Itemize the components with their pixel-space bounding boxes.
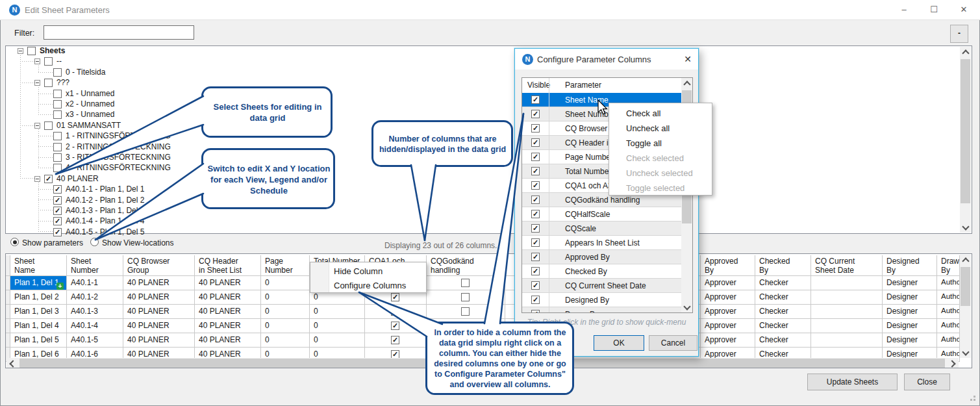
grid-column-header[interactable]: DrawnBy <box>937 255 960 276</box>
grid-cell[interactable]: Plan 1, Del 4 <box>10 319 67 333</box>
grid-cell[interactable]: Approver <box>701 305 755 319</box>
tree-item-label[interactable]: 3 - RITNINGSFÖRTECKNING <box>66 153 171 162</box>
grid-column-header[interactable]: CQGodkändhandling <box>427 255 505 276</box>
grid-cell[interactable]: Author <box>937 276 960 290</box>
tree-item-label[interactable]: 40 PLANER <box>57 174 99 183</box>
grid-row-header[interactable] <box>6 276 10 290</box>
grid-column-header[interactable]: CQ CurrentSheet Date <box>811 255 883 276</box>
parameter-row[interactable]: ✓CQHalfScale <box>522 207 681 222</box>
show-view-locations-radio[interactable] <box>90 238 99 246</box>
grid-cell[interactable]: Checker <box>755 319 811 333</box>
ok-button[interactable]: OK <box>594 335 644 351</box>
grid-column-header[interactable]: CheckedBy <box>755 255 811 276</box>
parameter-row[interactable]: ✓Appears In Sheet List <box>522 236 681 250</box>
visible-checkbox[interactable]: ✓ <box>531 110 540 118</box>
grid-cell[interactable]: 40 PLANER <box>123 290 195 305</box>
scroll-up-icon[interactable] <box>962 49 969 57</box>
grid-cell[interactable]: Checker <box>755 290 811 305</box>
tree-checkbox[interactable] <box>53 90 62 98</box>
grid-cell[interactable]: 40 PLANER <box>195 290 261 305</box>
grid-horizontal-scrollbar[interactable] <box>6 358 959 368</box>
grid-cell[interactable]: 40 PLANER <box>195 319 261 333</box>
tree-item-label[interactable]: 0 - Titelsida <box>66 68 105 77</box>
grid-cell[interactable]: Designer <box>883 333 937 348</box>
grid-cell[interactable]: Designer <box>883 276 937 290</box>
grid-cell[interactable] <box>811 276 883 290</box>
grid-cell[interactable]: ✓ <box>365 319 427 333</box>
grid-cell-checkbox[interactable]: ✓ <box>391 336 399 344</box>
grid-cell[interactable]: Plan 1, Del 2 <box>10 290 67 305</box>
grid-cell[interactable]: A40.1-3 <box>67 305 123 319</box>
parameter-row[interactable]: ✓Drawn By <box>522 307 681 313</box>
grid-cell[interactable] <box>811 305 883 319</box>
grid-cell[interactable]: 40 PLANER <box>123 333 195 348</box>
grid-cell[interactable] <box>427 305 505 319</box>
visible-column-header[interactable]: Visible <box>527 81 550 90</box>
visible-checkbox[interactable]: ✓ <box>531 310 540 313</box>
grid-cell[interactable]: 40 PLANER <box>123 276 195 290</box>
visible-checkbox[interactable]: ✓ <box>531 167 540 175</box>
close-button[interactable]: ✕ <box>953 0 975 19</box>
grid-cell[interactable] <box>427 333 505 348</box>
grid-cell-checkbox[interactable] <box>461 307 470 316</box>
grid-cell[interactable]: 40 PLANER <box>195 305 261 319</box>
grid-cell[interactable]: Approver <box>701 276 755 290</box>
minimize-button[interactable]: – <box>893 0 915 19</box>
tree-expander-icon[interactable] <box>34 80 40 86</box>
grid-cell[interactable]: 0 <box>261 319 310 333</box>
scroll-down-icon[interactable] <box>683 303 690 310</box>
tree-checkbox[interactable]: ✓ <box>53 217 62 225</box>
tree-item-label[interactable]: x1 - Unnamed <box>66 89 114 98</box>
visible-checkbox[interactable]: ✓ <box>531 238 540 247</box>
grid-row-header[interactable] <box>6 290 10 305</box>
grid-cell[interactable]: 0 <box>261 290 310 305</box>
grid-cell[interactable]: 40 PLANER <box>195 333 261 348</box>
tree-checkbox[interactable] <box>53 110 62 119</box>
grid-cell[interactable]: 40 PLANER <box>123 319 195 333</box>
tree-checkbox[interactable] <box>53 164 62 172</box>
grid-row-header[interactable] <box>6 333 10 348</box>
tree-item-label[interactable]: A40.1-2 - Plan 1, Del 2 <box>66 196 144 205</box>
grid-cell[interactable]: ✓ <box>365 305 427 319</box>
tree-expander-icon[interactable] <box>34 176 40 182</box>
grid-cell[interactable]: 0 <box>310 319 365 333</box>
parameter-column-header[interactable]: Parameter <box>565 81 601 90</box>
show-parameters-radio[interactable] <box>10 238 19 246</box>
grid-vertical-scrollbar[interactable] <box>960 255 971 358</box>
grid-cell[interactable] <box>811 333 883 348</box>
grid-cell[interactable]: Checker <box>755 305 811 319</box>
grid-cell[interactable]: Plan 1, Del 5 <box>10 333 67 348</box>
tree-item-label[interactable]: 01 SAMMANSATT <box>57 121 121 130</box>
scroll-up-icon[interactable] <box>683 81 690 88</box>
tree-checkbox[interactable]: ✓ <box>53 185 62 194</box>
scroll-up-icon[interactable] <box>962 257 969 264</box>
tree-expander-icon[interactable] <box>34 123 40 129</box>
grid-cell[interactable] <box>811 319 883 333</box>
grid-cell[interactable]: ✓ <box>365 333 427 348</box>
visible-checkbox[interactable]: ✓ <box>531 224 540 233</box>
scroll-right-icon[interactable] <box>948 360 955 367</box>
grid-cell[interactable]: A40.1-5 <box>67 333 123 348</box>
update-sheets-button[interactable]: Update Sheets <box>807 374 898 390</box>
visible-checkbox[interactable]: ✓ <box>531 253 540 261</box>
grid-column-header[interactable]: SheetNumber <box>67 255 123 276</box>
tree-item-label[interactable]: ??? <box>57 78 69 87</box>
grid-cell-checkbox[interactable] <box>461 322 470 330</box>
grid-column-header[interactable]: CQ BrowserGroup <box>123 255 195 276</box>
tree-checkbox[interactable]: ✓ <box>53 228 62 236</box>
parameter-row[interactable]: ✓Designed By <box>522 293 681 307</box>
tree-checkbox[interactable]: ✓ <box>53 207 62 215</box>
parameter-row[interactable]: ✓Checked By <box>522 264 681 279</box>
scroll-down-icon[interactable] <box>962 348 969 355</box>
tree-checkbox[interactable] <box>53 132 62 140</box>
menu-item-uncheck-all[interactable]: Uncheck all <box>609 121 712 136</box>
tree-checkbox[interactable] <box>27 47 36 55</box>
tree-checkbox[interactable]: ✓ <box>53 196 62 205</box>
grid-cell[interactable] <box>427 276 505 290</box>
parameter-row[interactable]: ✓Approved By <box>522 250 681 264</box>
grid-cell[interactable]: Designer <box>883 305 937 319</box>
grid-cell-checkbox[interactable]: ✓ <box>391 322 399 330</box>
grid-cell[interactable] <box>427 319 505 333</box>
show-parameters-label[interactable]: Show parameters <box>22 238 83 247</box>
parameter-row[interactable]: ✓CQScale <box>522 222 681 236</box>
